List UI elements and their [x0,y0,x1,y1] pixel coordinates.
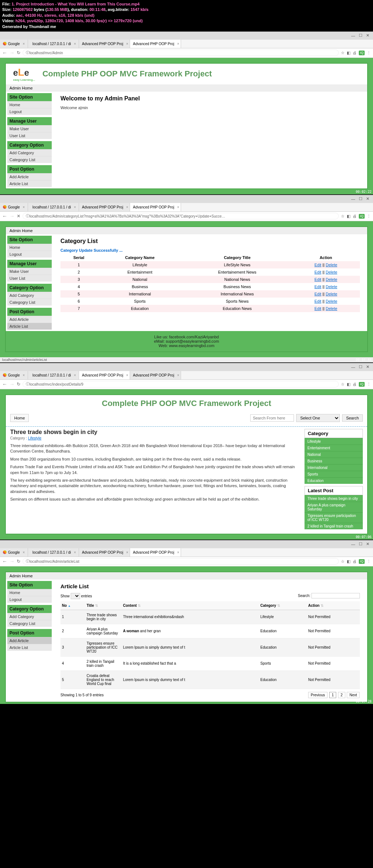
tab-close-icon[interactable]: × [23,42,25,46]
post-link[interactable]: Three trade shows begin in city [305,495,363,502]
category-link[interactable]: National [305,451,363,458]
sidebar-item-addarticle[interactable]: Add Article [7,637,52,644]
url-input[interactable]: ⓘ localhost/mvc/index/postDetails/9 [23,381,339,387]
tab-php1[interactable]: Advanced PHP OOP Proj× [79,203,130,211]
sidebar-item-home[interactable]: Home [7,589,52,596]
category-link[interactable]: Lifestyle [305,438,363,445]
max-icon[interactable]: ☐ [359,33,362,38]
back-icon[interactable]: ← [2,50,7,56]
tab-close-icon[interactable]: × [23,550,25,554]
url-input[interactable]: ⓘ localhost/mvc/Admin/categoryList?msg=a… [23,213,339,219]
star-icon[interactable]: ☆ [341,214,345,219]
tab-close-icon[interactable]: × [126,550,128,554]
tab-php2[interactable]: Advanced PHP OOP Proj× [130,40,181,48]
tab-localhost[interactable]: localhost / 127.0.0.1 / di× [28,40,79,48]
tab-localhost[interactable]: localhost / 127.0.0.1 / di× [28,203,79,211]
sidebar-item-makeuser[interactable]: Make User [7,125,52,132]
col-no[interactable]: No ▲ [60,601,85,610]
delete-link[interactable]: Delete [326,270,337,274]
post-link[interactable]: Tigresses ensure participation of ICC WT… [305,512,363,523]
category-link[interactable]: Entertainment [305,445,363,451]
prev-button[interactable]: Previous [308,692,327,698]
tab-close-icon[interactable]: × [177,205,179,209]
sidebar-item-catlist[interactable]: Categogry List [7,620,52,627]
max-icon[interactable]: ☐ [359,542,362,546]
close-icon[interactable]: ✕ [366,542,369,546]
tab-php2[interactable]: Advanced PHP OOP Proj× [130,548,181,557]
tab-localhost[interactable]: localhost / 127.0.0.1 / di× [28,371,79,379]
tab-php1[interactable]: Advanced PHP OOP Proj× [79,40,130,48]
stop-icon[interactable]: ✕ [17,214,20,219]
sidebar-item-logout[interactable]: Logout [7,108,52,115]
next-button[interactable]: Next [347,692,360,698]
sidebar-item-userlist[interactable]: User List [7,132,52,139]
tab-close-icon[interactable]: × [126,42,128,46]
tab-close-icon[interactable]: × [74,550,76,554]
search-input[interactable] [250,414,294,422]
tab-php2[interactable]: Advanced PHP OOP Proj× [130,371,181,379]
edit-link[interactable]: Edit [314,270,321,274]
back-icon[interactable]: ← [2,213,7,219]
tab-close-icon[interactable]: × [177,550,179,554]
category-link[interactable]: International [305,464,363,471]
sidebar-item-addarticle[interactable]: Add Article [7,316,52,323]
search-button[interactable]: Search [342,414,363,422]
forward-icon[interactable]: → [9,50,15,56]
tab-google[interactable]: Google× [0,203,28,211]
forward-icon[interactable]: → [9,381,15,387]
sidebar-item-addcat[interactable]: Add Category [7,292,52,299]
ext-icon[interactable]: ◧ [347,559,350,564]
category-link[interactable]: Education [305,477,363,484]
ext-icon[interactable]: ◧ [347,214,350,219]
page-2[interactable]: 2 [338,692,345,698]
min-icon[interactable]: — [351,365,355,369]
delete-link[interactable]: Delete [326,277,337,282]
tab-close-icon[interactable]: × [23,205,25,209]
sidebar-item-catlist[interactable]: Categogry List [7,156,52,163]
tab-google[interactable]: Google× [0,548,28,557]
back-icon[interactable]: ← [2,381,7,387]
col-action[interactable]: Action ⇅ [307,601,360,610]
star-icon[interactable]: ☆ [341,559,345,564]
ext-icon[interactable]: 🖨 [353,214,357,219]
iq-icon[interactable]: IQ [359,382,365,387]
reload-icon[interactable]: ↻ [17,559,20,564]
sidebar-item-addcat[interactable]: Add Category [7,613,52,620]
col-title[interactable]: Title ⇅ [85,601,122,610]
close-icon[interactable]: ✕ [366,33,369,38]
tab-close-icon[interactable]: × [177,42,179,46]
delete-link[interactable]: Delete [326,263,337,267]
star-icon[interactable]: ☆ [341,382,345,387]
edit-link[interactable]: Edit [314,277,321,282]
forward-icon[interactable]: → [9,213,15,219]
delete-link[interactable]: Delete [326,292,337,296]
star-icon[interactable]: ☆ [341,51,345,55]
menu-icon[interactable]: ⋮ [367,559,371,564]
edit-link[interactable]: Edit [314,299,321,303]
col-cat[interactable]: Category ⇅ [259,601,307,610]
menu-icon[interactable]: ⋮ [367,382,371,387]
back-icon[interactable]: ← [2,558,7,564]
tab-php1[interactable]: Advanced PHP OOP Proj× [79,548,130,557]
tab-close-icon[interactable]: × [74,205,76,209]
sidebar-item-home[interactable]: Home [7,101,52,108]
sidebar-item-home[interactable]: Home [7,244,52,251]
tab-close-icon[interactable]: × [177,373,179,377]
delete-link[interactable]: Delete [326,306,337,311]
tab-google[interactable]: Google× [0,371,28,379]
ext-icon[interactable]: 🖨 [353,382,357,387]
tab-close-icon[interactable]: × [126,205,128,209]
tab-close-icon[interactable]: × [126,373,128,377]
reload-icon[interactable]: ↻ [17,382,20,387]
close-icon[interactable]: ✕ [366,365,369,369]
edit-link[interactable]: Edit [314,284,321,289]
tab-close-icon[interactable]: × [74,373,76,377]
delete-link[interactable]: Delete [326,284,337,289]
edit-link[interactable]: Edit [314,263,321,267]
tab-close-icon[interactable]: × [23,373,25,377]
tab-localhost[interactable]: localhost / 127.0.0.1 / di× [28,548,79,557]
ext-icon[interactable]: 🖨 [353,559,357,564]
iq-icon[interactable]: IQ [359,51,365,55]
home-button[interactable]: Home [10,414,29,422]
url-input[interactable]: ⓘ localhost/mvc/Admin/articleList [23,558,339,565]
